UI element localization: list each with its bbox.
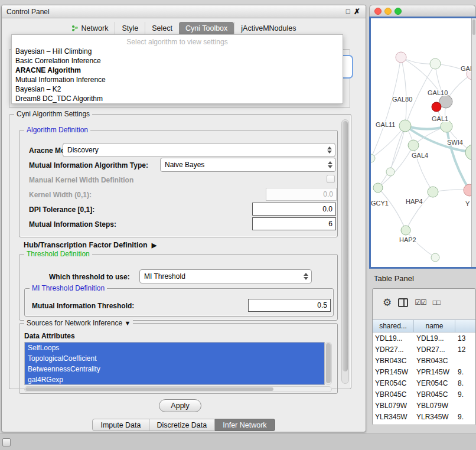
mi-threshold-definition-title: MI Threshold Definition <box>30 284 107 292</box>
list-item-selected[interactable]: TopologicalCoefficient <box>25 353 324 364</box>
network-icon <box>71 25 79 32</box>
gear-icon[interactable]: ⚙ <box>383 298 392 308</box>
algorithm-option[interactable]: Basic Correlation Inference <box>12 56 343 66</box>
unchecked-columns-icon[interactable]: □□ <box>433 298 441 306</box>
network-node-label: GAL11 <box>376 121 395 128</box>
table-row[interactable]: YIL052CYIL052C <box>373 422 475 425</box>
checked-columns-icon[interactable]: ☑☑ <box>415 298 426 306</box>
table-panel-window: ⚙ ☑☑ □□ shared... name YDL19...YDL19...1… <box>372 288 476 425</box>
network-node[interactable] <box>432 102 441 112</box>
mi-steps-field[interactable] <box>252 217 336 230</box>
which-threshold-label: Which threshold to use: <box>49 273 130 281</box>
network-node[interactable] <box>408 140 419 151</box>
algorithm-option-selected[interactable]: ARACNE Algorithm <box>12 66 343 75</box>
control-panel-titlebar[interactable]: Control Panel □ ✗ <box>2 5 366 18</box>
list-item-selected[interactable]: gal4RGexp <box>25 374 324 385</box>
table-row[interactable]: YDR27...YDR27...12 <box>373 344 475 355</box>
tab-jactivemodules[interactable]: jActiveMNodules <box>234 22 302 35</box>
cyni-algorithm-settings-group: Cyni Algorithm Settings Algorithm Defini… <box>9 114 351 389</box>
settings-scrollbar[interactable] <box>341 119 349 384</box>
network-node[interactable] <box>430 58 441 69</box>
network-edge[interactable] <box>406 230 435 257</box>
network-edge[interactable] <box>446 126 470 190</box>
column-header-shared-name[interactable]: shared... <box>373 320 414 332</box>
apply-button[interactable]: Apply <box>159 399 201 412</box>
manual-kernel-checkbox[interactable] <box>327 175 335 183</box>
table-row[interactable]: YDL19...YDL19...13 <box>373 332 475 344</box>
network-edge[interactable] <box>371 57 401 158</box>
attributes-horizontal-scrollbar[interactable] <box>24 386 332 392</box>
attributes-vertical-scrollbar-thumb[interactable] <box>326 343 331 383</box>
tab-select[interactable]: Select <box>145 22 179 35</box>
combo-up-down-arrows <box>327 146 332 154</box>
network-canvas[interactable]: GAL80GAL10GAL11GAL1SWI4GAL4GCY1HAP4HAP2G… <box>371 18 471 267</box>
hub-transcription-section[interactable]: Hub/Transcription Factor Definition ▶ <box>24 241 157 249</box>
close-traffic-light[interactable] <box>374 8 382 15</box>
tab-infer-network[interactable]: Infer Network <box>215 419 275 431</box>
threshold-definition-title: Threshold Definition <box>24 250 92 258</box>
column-header-name[interactable]: name <box>414 320 455 332</box>
tab-cyni-toolbox[interactable]: Cyni Toolbox <box>179 22 234 35</box>
network-node[interactable] <box>386 168 395 176</box>
network-node[interactable] <box>441 120 452 132</box>
list-item-selected[interactable]: BetweennessCentrality <box>25 364 324 374</box>
columns-icon[interactable] <box>398 298 408 307</box>
network-node[interactable] <box>431 253 439 262</box>
algorithm-option[interactable]: Bayesian – Hill Climbing <box>12 47 343 56</box>
kernel-width-label: Kernel Width (0,1): <box>29 191 92 199</box>
network-svg: GAL80GAL10GAL11GAL1SWI4GAL4GCY1HAP4HAP2G… <box>371 18 471 267</box>
attributes-horizontal-scrollbar-thumb[interactable] <box>25 387 273 391</box>
network-edge[interactable] <box>371 126 405 158</box>
network-node-label: GCY1 <box>371 200 389 207</box>
network-edge[interactable] <box>378 188 406 230</box>
network-vertical-scrollbar[interactable] <box>471 18 476 267</box>
algorithm-option[interactable]: Mutual Information Inference <box>12 75 343 84</box>
mi-type-combo[interactable]: Naive Bayes <box>160 158 336 172</box>
network-node-label: GAL80 <box>392 96 412 103</box>
algorithm-option[interactable]: Dream8 DC_TDC Algorithm <box>12 94 343 103</box>
sources-group-title[interactable]: Sources for Network Inference ▼ <box>24 319 133 327</box>
collapse-down-icon[interactable]: ▼ <box>124 319 131 327</box>
settings-group-title: Cyni Algorithm Settings <box>14 110 92 118</box>
table-body: YDL19...YDL19...13 YDR27...YDR27...12 YB… <box>373 332 475 425</box>
table-row[interactable]: YPR145WYPR145W9. <box>373 366 475 377</box>
control-panel-tabs: Network Style Select Cyni Toolbox jActiv… <box>2 22 366 35</box>
network-node[interactable] <box>401 226 410 235</box>
network-window-titlebar[interactable] <box>369 5 476 17</box>
attributes-vertical-scrollbar[interactable] <box>325 342 332 385</box>
mi-threshold-field[interactable] <box>248 299 331 312</box>
tab-discretize-data[interactable]: Discretize Data <box>149 419 216 431</box>
restore-panel-icon[interactable] <box>2 438 11 446</box>
table-row[interactable]: YBR045CYBR045C9. <box>373 389 475 400</box>
window-title: Control Panel <box>6 8 50 16</box>
table-row[interactable]: YBR043CYBR043C <box>373 355 475 366</box>
kernel-width-field[interactable] <box>266 188 337 201</box>
close-window-icon[interactable]: ✗ <box>354 7 360 16</box>
column-header-extra[interactable] <box>455 320 475 332</box>
bottom-dock-strip <box>0 433 476 450</box>
which-threshold-combo[interactable]: MI Threshold <box>139 269 312 283</box>
network-node[interactable] <box>399 120 411 132</box>
network-node[interactable] <box>396 52 406 63</box>
network-node[interactable] <box>464 184 471 196</box>
tab-style[interactable]: Style <box>115 22 145 35</box>
table-row[interactable]: YLR345WYLR345W9. <box>373 411 475 422</box>
network-edge[interactable] <box>401 57 406 126</box>
minimize-traffic-light[interactable] <box>384 8 392 15</box>
algorithm-option[interactable]: Bayesian – K2 <box>12 84 343 94</box>
float-window-icon[interactable]: □ <box>346 7 350 15</box>
network-node[interactable] <box>428 187 438 197</box>
dpi-tolerance-field[interactable] <box>252 203 336 216</box>
table-row[interactable]: YER054CYER054C8. <box>373 377 475 389</box>
settings-scrollbar-thumb[interactable] <box>343 121 348 371</box>
tab-impute-data[interactable]: Impute Data <box>92 419 149 431</box>
tab-network[interactable]: Network <box>65 22 115 35</box>
zoom-traffic-light[interactable] <box>395 8 402 15</box>
expand-right-icon[interactable]: ▶ <box>152 242 157 249</box>
list-item-selected[interactable]: SelfLoops <box>25 343 324 353</box>
network-scrollbar-thumb[interactable] <box>472 19 475 35</box>
network-node-label: SWI4 <box>447 139 463 146</box>
network-node[interactable] <box>373 183 383 193</box>
table-row[interactable]: YBL079WYBL079W <box>373 400 475 411</box>
aracne-mode-combo[interactable]: Discovery <box>63 143 335 157</box>
